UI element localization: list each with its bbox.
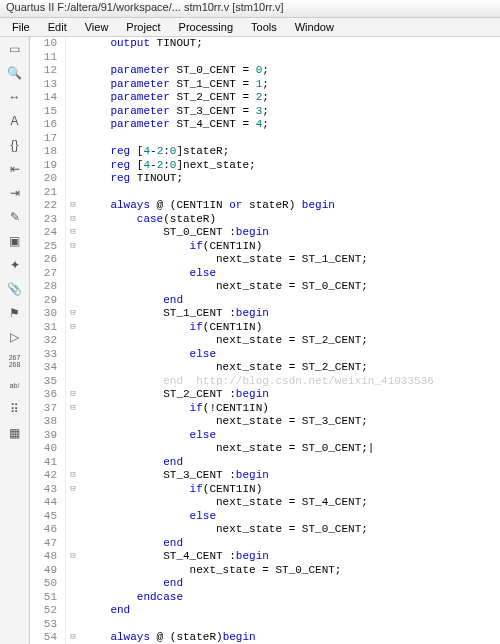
fold-marker[interactable]: ⊟ xyxy=(66,321,80,335)
code-line[interactable]: ST_4_CENT :begin xyxy=(84,550,500,564)
fold-marker[interactable]: ⊟ xyxy=(66,213,80,227)
ab-icon[interactable]: ab/ xyxy=(5,376,25,394)
code-line[interactable]: ST_0_CENT :begin xyxy=(84,226,500,240)
pin-icon[interactable]: 📎 xyxy=(5,280,25,298)
fold-marker[interactable]: ⊟ xyxy=(66,307,80,321)
code-line[interactable]: case(stateR) xyxy=(84,213,500,227)
code-line[interactable]: next_state = ST_0_CENT;| xyxy=(84,442,500,456)
fold-marker[interactable]: ⊟ xyxy=(66,631,80,644)
code-line[interactable]: end xyxy=(84,604,500,618)
fold-marker[interactable]: ⊟ xyxy=(66,199,80,213)
code-line[interactable]: if(CENT1IN) xyxy=(84,483,500,497)
code-line[interactable]: always @ (CENT1IN or stateR) begin xyxy=(84,199,500,213)
code-line[interactable]: next_state = ST_0_CENT; xyxy=(84,523,500,537)
text-icon[interactable]: A xyxy=(5,112,25,130)
code-line[interactable]: else xyxy=(84,429,500,443)
code-line[interactable]: next_state = ST_2_CENT; xyxy=(84,334,500,348)
code-line[interactable]: end xyxy=(84,294,500,308)
code-line[interactable] xyxy=(84,186,500,200)
menu-edit[interactable]: Edit xyxy=(40,20,75,34)
menu-tools[interactable]: Tools xyxy=(243,20,285,34)
menu-project[interactable]: Project xyxy=(118,20,168,34)
line-number: 43 xyxy=(30,483,57,497)
fold-gutter[interactable]: ⊟⊟⊟⊟⊟⊟⊟⊟⊟⊟⊟⊟⊟⊟ xyxy=(66,37,80,644)
binoculars-icon[interactable]: 🔍 xyxy=(5,64,25,82)
line-number: 24 xyxy=(30,226,57,240)
doc-icon[interactable]: ▭ xyxy=(5,40,25,58)
code-line[interactable]: else xyxy=(84,267,500,281)
line-number: 54 xyxy=(30,631,57,644)
fold-marker xyxy=(66,537,80,551)
num-icon[interactable]: 267 268 xyxy=(5,352,25,370)
code-line[interactable]: else xyxy=(84,510,500,524)
flag-icon[interactable]: ⚑ xyxy=(5,304,25,322)
insert-icon[interactable]: ▣ xyxy=(5,232,25,250)
code-line[interactable]: reg TINOUT; xyxy=(84,172,500,186)
fold-marker xyxy=(66,280,80,294)
code-line[interactable]: ST_3_CENT :begin xyxy=(84,469,500,483)
fold-marker xyxy=(66,415,80,429)
indent-left-icon[interactable]: ⇤ xyxy=(5,160,25,178)
code-line[interactable]: parameter ST_1_CENT = 1; xyxy=(84,78,500,92)
menu-window[interactable]: Window xyxy=(287,20,342,34)
fold-marker[interactable]: ⊟ xyxy=(66,483,80,497)
line-number: 22 xyxy=(30,199,57,213)
code-line[interactable]: parameter ST_4_CENT = 4; xyxy=(84,118,500,132)
menu-bar: FileEditViewProjectProcessingToolsWindow xyxy=(0,18,500,37)
code-line[interactable]: next_state = ST_0_CENT; xyxy=(84,564,500,578)
fold-marker[interactable]: ⊟ xyxy=(66,550,80,564)
fold-marker[interactable]: ⊟ xyxy=(66,402,80,416)
code-line[interactable] xyxy=(84,132,500,146)
code-line[interactable]: ST_2_CENT :begin xyxy=(84,388,500,402)
line-number: 26 xyxy=(30,253,57,267)
code-line[interactable] xyxy=(84,51,500,65)
play-icon[interactable]: ▷ xyxy=(5,328,25,346)
fold-marker[interactable]: ⊟ xyxy=(66,469,80,483)
line-number: 31 xyxy=(30,321,57,335)
code-line[interactable]: endcase xyxy=(84,591,500,605)
line-number: 45 xyxy=(30,510,57,524)
replace-icon[interactable]: ↔ xyxy=(5,88,25,106)
code-line[interactable]: next_state = ST_1_CENT; xyxy=(84,253,500,267)
code-content[interactable]: output TINOUT; parameter ST_0_CENT = 0; … xyxy=(80,37,500,644)
highlight-icon[interactable]: ✦ xyxy=(5,256,25,274)
code-line[interactable]: parameter ST_3_CENT = 3; xyxy=(84,105,500,119)
code-line[interactable]: next_state = ST_0_CENT; xyxy=(84,280,500,294)
ruler-icon[interactable]: ⠿ xyxy=(5,400,25,418)
grid-icon[interactable]: ▦ xyxy=(5,424,25,442)
code-line[interactable]: reg [4-2:0]stateR; xyxy=(84,145,500,159)
menu-processing[interactable]: Processing xyxy=(171,20,241,34)
code-line[interactable]: next_state = ST_3_CENT; xyxy=(84,415,500,429)
line-number: 44 xyxy=(30,496,57,510)
code-line[interactable]: else xyxy=(84,348,500,362)
braces-icon[interactable]: {} xyxy=(5,136,25,154)
code-line[interactable]: next_state = ST_4_CENT; xyxy=(84,496,500,510)
fold-marker xyxy=(66,429,80,443)
code-line[interactable]: end xyxy=(84,577,500,591)
code-line[interactable]: parameter ST_0_CENT = 0; xyxy=(84,64,500,78)
code-line[interactable]: output TINOUT; xyxy=(84,37,500,51)
code-line[interactable]: reg [4-2:0]next_state; xyxy=(84,159,500,173)
code-line[interactable]: always @ (stateR)begin xyxy=(84,631,500,644)
code-line[interactable]: if(CENT1IN) xyxy=(84,321,500,335)
line-number: 34 xyxy=(30,361,57,375)
code-line[interactable]: parameter ST_2_CENT = 2; xyxy=(84,91,500,105)
fold-marker xyxy=(66,375,80,389)
code-editor[interactable]: 1011121314151617181920212223242526272829… xyxy=(30,37,500,644)
code-line[interactable] xyxy=(84,618,500,632)
code-line[interactable]: ST_1_CENT :begin xyxy=(84,307,500,321)
code-line[interactable]: if(CENT1IN) xyxy=(84,240,500,254)
fold-marker xyxy=(66,618,80,632)
fold-marker[interactable]: ⊟ xyxy=(66,226,80,240)
code-line[interactable]: end xyxy=(84,456,500,470)
code-line[interactable]: end http://blog.csdn.net/weixin_41033536 xyxy=(84,375,500,389)
fold-marker[interactable]: ⊟ xyxy=(66,388,80,402)
fold-marker[interactable]: ⊟ xyxy=(66,240,80,254)
code-line[interactable]: if(!CENT1IN) xyxy=(84,402,500,416)
wand-icon[interactable]: ✎ xyxy=(5,208,25,226)
code-line[interactable]: next_state = ST_2_CENT; xyxy=(84,361,500,375)
indent-right-icon[interactable]: ⇥ xyxy=(5,184,25,202)
menu-file[interactable]: File xyxy=(4,20,38,34)
menu-view[interactable]: View xyxy=(77,20,117,34)
code-line[interactable]: end xyxy=(84,537,500,551)
